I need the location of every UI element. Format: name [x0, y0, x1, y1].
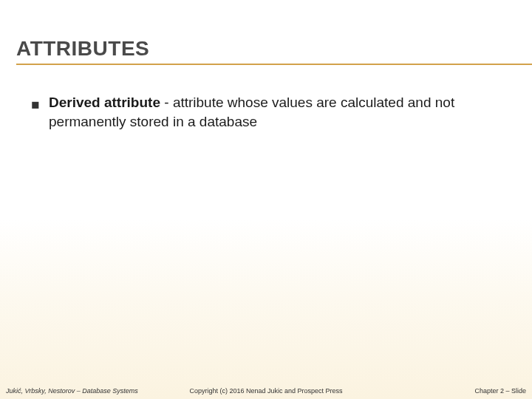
slide-title: ATTRIBUTES — [16, 37, 532, 61]
footer: Jukić, Vrbsky, Nestorov – Database Syste… — [6, 387, 526, 395]
bullet-text: Derived attribute - attribute whose valu… — [49, 93, 510, 132]
title-block: ATTRIBUTES — [16, 37, 532, 65]
slide: ATTRIBUTES ◼ Derived attribute - attribu… — [0, 0, 532, 399]
footer-right: Chapter 2 – Slide — [352, 387, 526, 395]
bullet-separator: - — [160, 95, 173, 110]
bullet-item: ◼ Derived attribute - attribute whose va… — [31, 93, 510, 132]
title-underline — [16, 64, 532, 65]
footer-center: Copyright (c) 2016 Nenad Jukic and Prosp… — [180, 387, 353, 395]
footer-left: Jukić, Vrbsky, Nestorov – Database Syste… — [6, 387, 180, 395]
bullet-term: Derived attribute — [49, 95, 160, 110]
body-content: ◼ Derived attribute - attribute whose va… — [31, 93, 510, 132]
bullet-icon: ◼ — [31, 95, 38, 113]
